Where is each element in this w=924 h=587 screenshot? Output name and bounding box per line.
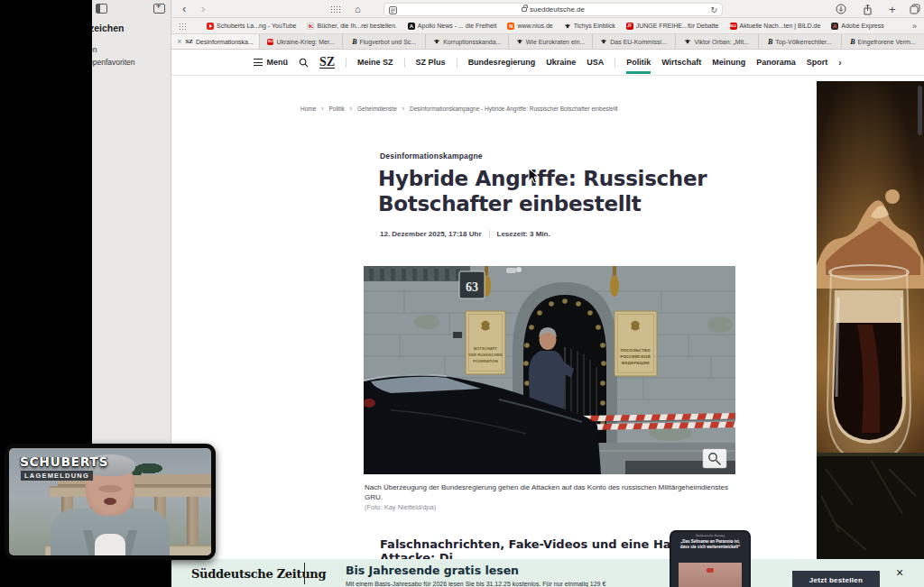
share-icon[interactable] [863,1,873,17]
nav-item-wirtschaft[interactable]: Wirtschaft [661,51,701,73]
tab[interactable]: BILDUkraine-Krieg: Mer... [259,34,342,49]
address-bar[interactable]: sueddeutsche.de ↻ [383,3,723,16]
tab[interactable]: BEingefrorene Verm... [841,34,924,49]
nav-item-bundesregierung[interactable]: Bundesregierung [468,51,536,73]
breadcrumb-link[interactable]: Home [300,105,316,112]
adobe-express-icon: A [831,23,838,30]
eagle-icon [684,38,691,45]
svg-text:63: 63 [466,280,478,294]
article-kicker: Desinformationskampagne [380,151,483,161]
bookmark-item[interactable]: AApollo News - ... die Freiheit [408,23,497,30]
sidebar-toggle-icon[interactable] [96,4,107,14]
bookmark-item[interactable]: KBücher, die Ih...rei bestellen. [307,23,396,30]
webcam-video: SCHUBERTS LAGEMELDUNG [9,448,211,555]
eagle-icon [564,23,571,30]
menu-button[interactable]: Menü [254,58,288,67]
reader-icon[interactable] [389,6,397,14]
mouse-cursor [528,168,540,184]
nav-item-panorama[interactable]: Panorama [756,51,796,73]
search-icon[interactable] [299,58,309,68]
fraktur-b-favicon: B [768,38,772,46]
article-photo: BOTSCHAFT DER RUSSISCHEN FÖDERATION ПОСО… [364,266,735,474]
eagle-icon [600,38,607,45]
svg-text:ПОСОЛЬСТВО: ПОСОЛЬСТВО [620,348,650,353]
photo-credit: (Foto: Kay Nietfeld/dpa) [365,503,436,511]
tab[interactable]: Korruptionsskanda... [425,34,508,49]
photo-caption: Nach Überzeugung der Bundesregierung geh… [365,483,733,502]
banner-headline: Bis Jahresende gratis lesen [346,564,519,577]
forward-button[interactable]: › [201,1,205,17]
new-tab-group-icon[interactable] [153,4,165,14]
order-now-button[interactable]: Jetzt bestellen [792,571,880,587]
bookmark-item[interactable]: Nwww.nius.de [507,23,552,30]
nav-item-sport[interactable]: Sport [807,51,828,73]
svg-text:FÖDERATION: FÖDERATION [473,359,497,363]
svg-text:BOTSCHAFT: BOTSCHAFT [474,346,497,351]
nav-item-usa[interactable]: USA [587,51,604,73]
site-navigation: Menü SZ Meine SZ SZ Plus Bundesregierung… [171,50,924,76]
sidebar-item[interactable]: ppenfavoriten [92,58,135,67]
breadcrumb-link[interactable]: Politik [329,105,345,112]
youtube-icon [207,23,214,30]
hamburger-icon [254,59,263,66]
tab[interactable]: BFlugverbot und Sc... [342,34,425,49]
eagle-icon [516,38,523,45]
tab-active[interactable]: × SZ Desinformationska... [171,34,259,49]
breadcrumb-link[interactable]: Geheimdienste [357,105,397,112]
sidebar-heading: zeichen [92,23,125,33]
article-headline: Hybride Angriffe: Russischer Botschafter… [378,166,757,216]
nav-item-ukraine[interactable]: Ukraine [546,51,576,73]
url-text: sueddeutsche.de [530,5,585,14]
bookmark-item[interactable]: AAdobe Express [831,23,883,30]
overlay-title: SCHUBERTS [20,454,108,469]
downloads-button[interactable] [836,1,846,17]
favorites-grid-icon[interactable] [179,23,187,30]
nav-more-chevron[interactable]: › [838,58,841,68]
sidebar-item[interactable]: en [92,45,97,54]
tablet-quote: „Das Seltsame an Paranoia ist, dass sie … [671,537,749,552]
apollo-news-icon: A [408,23,415,30]
nav-item-meine-sz[interactable]: Meine SZ [357,51,393,73]
bild-icon: BILD [730,23,737,30]
favorites-overflow-chevron[interactable]: » [912,22,917,31]
bookmark-item[interactable]: Schuberts La...ng - YouTube [207,23,296,30]
webcam-overlay: SCHUBERTS LAGEMELDUNG [5,444,216,560]
banner-subline: Mit einem Basis-Jahresabo für 2026 lesen… [346,581,605,587]
zoom-photo-button[interactable] [703,449,726,468]
tab[interactable]: Das EU-Kommissi... [592,34,675,49]
sz-favicon: SZ [185,38,193,45]
advertisement[interactable] [817,81,924,559]
nius-icon: N [507,23,514,30]
bookmark-item[interactable]: BILDAktuelle Nach...ten | BILD.de [730,23,821,30]
breadcrumb: Home › Politik › Geheimdienste › Desinfo… [300,105,618,112]
bookmark-item[interactable]: Tichys Einblick [564,23,615,30]
nav-item-politik[interactable]: Politik [626,51,651,73]
overlay-subtitle: LAGEMELDUNG [21,471,93,481]
back-button[interactable]: ‹ [182,1,186,17]
favorites-bar: Schuberts La...ng - YouTube KBücher, die… [171,18,924,34]
svg-text:РОССИЙСКОЙ: РОССИЙСКОЙ [620,354,651,359]
new-tab-button[interactable]: + [889,1,896,17]
close-tab-icon[interactable]: × [177,37,181,46]
red-cap [707,568,714,573]
kopp-verlag-icon: K [307,23,314,30]
nav-item-sz-plus[interactable]: SZ Plus [416,51,446,73]
close-banner-icon[interactable]: × [896,565,903,580]
tab-overview-grid-icon[interactable] [330,1,340,17]
tab[interactable]: Wie Eurokraten ein... [508,34,591,49]
tablet-photo [679,563,742,587]
tabs-overview-button[interactable] [910,1,920,17]
home-button[interactable]: ⌂ [355,1,361,17]
nav-item-meinung[interactable]: Meinung [712,51,745,73]
embassy-plaque-right: ПОСОЛЬСТВО РОССИЙСКОЙ ФЕДЕРАЦИИ [614,311,657,376]
page-scrollbar[interactable] [918,86,922,135]
bookmark-item[interactable]: JFJUNGE FREIHE...für Debatte [626,23,719,30]
reload-icon[interactable]: ↻ [710,5,717,14]
fraktur-b-favicon: B [352,38,356,46]
browser-toolbar: ‹ › ⌂ sueddeutsche.de ↻ + [171,0,924,18]
tab[interactable]: BTop-Völkerrechtler... [758,34,841,49]
browser-window: ‹ › ⌂ sueddeutsche.de ↻ + Sch [171,0,924,587]
video-frame: zeichen en ppenfavoriten ‹ › ⌂ sueddeuts… [0,0,924,587]
sz-logo[interactable]: SZ [319,56,335,69]
tab[interactable]: Viktor Orban: „Mit... [675,34,758,49]
